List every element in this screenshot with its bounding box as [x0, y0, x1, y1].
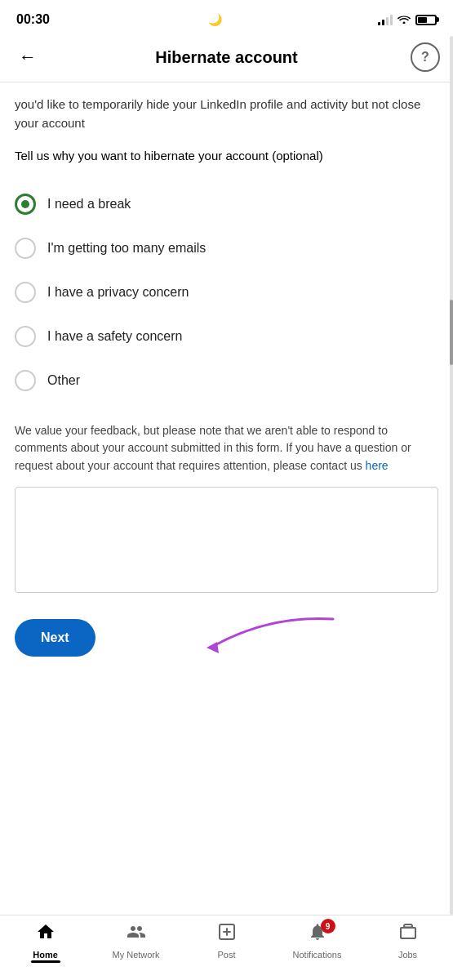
radio-label-other: Other [47, 373, 80, 388]
nav-label-notifications: Notifications [293, 950, 342, 960]
status-icons [378, 13, 437, 26]
network-icon [127, 922, 146, 947]
bottom-safe-area [0, 676, 453, 742]
svg-marker-0 [207, 642, 219, 653]
notifications-badge: 9 [321, 919, 335, 933]
feedback-textarea[interactable] [15, 487, 438, 593]
home-icon [36, 922, 56, 947]
moon-icon: 🌙 [208, 13, 222, 26]
status-time: 00:30 [16, 12, 50, 27]
radio-option-emails[interactable]: I'm getting too many emails [15, 226, 438, 270]
scroll-track [450, 36, 453, 915]
radio-option-privacy[interactable]: I have a privacy concern [15, 270, 438, 314]
radio-option-other[interactable]: Other [15, 359, 438, 403]
post-icon [217, 922, 237, 947]
notifications-icon: 9 [308, 922, 327, 947]
radio-option-break[interactable]: I need a break [15, 182, 438, 226]
radio-label-privacy: I have a privacy concern [47, 285, 189, 300]
nav-item-home[interactable]: Home [0, 922, 91, 963]
radio-option-safety[interactable]: I have a safety concern [15, 314, 438, 359]
back-button[interactable]: ← [13, 42, 42, 72]
radio-circle-safety [15, 326, 36, 347]
nav-item-post[interactable]: Post [181, 922, 272, 963]
radio-label-break: I need a break [47, 197, 131, 212]
feedback-disclaimer: We value your feedback, but please note … [15, 422, 438, 475]
back-arrow-icon: ← [19, 47, 37, 68]
radio-circle-emails [15, 238, 36, 259]
signal-icon [378, 14, 393, 25]
feedback-link[interactable]: here [366, 459, 389, 472]
radio-circle-break [15, 194, 36, 215]
nav-item-network[interactable]: My Network [91, 922, 181, 963]
help-icon: ? [421, 50, 429, 65]
radio-circle-other [15, 370, 36, 391]
nav-item-jobs[interactable]: Jobs [362, 922, 453, 963]
annotation-arrow [104, 611, 366, 660]
scroll-thumb [450, 300, 453, 365]
nav-label-post: Post [217, 950, 235, 960]
radio-label-emails: I'm getting too many emails [47, 241, 206, 256]
help-button[interactable]: ? [411, 42, 440, 72]
nav-label-home: Home [33, 950, 58, 960]
nav-label-network: My Network [112, 950, 159, 960]
next-button-container: Next [15, 619, 438, 657]
next-button[interactable]: Next [15, 619, 95, 657]
reason-radio-group: I need a break I'm getting too many emai… [15, 182, 438, 403]
radio-label-safety: I have a safety concern [47, 329, 182, 344]
main-content: you'd like to temporarily hide your Link… [0, 82, 453, 676]
battery-icon [415, 15, 437, 25]
active-indicator [31, 960, 60, 963]
page-header: ← Hibernate account ? [0, 36, 453, 82]
jobs-icon [398, 922, 418, 947]
page-title: Hibernate account [42, 48, 411, 67]
radio-circle-privacy [15, 282, 36, 303]
section-title: Tell us why you want to hibernate your a… [15, 147, 438, 166]
nav-item-notifications[interactable]: 9 Notifications [272, 922, 362, 963]
status-bar: 00:30 🌙 [0, 0, 453, 36]
wifi-icon [397, 13, 411, 26]
bottom-nav: Home My Network Post 9 Notifications [0, 915, 453, 980]
nav-label-jobs: Jobs [398, 950, 417, 960]
intro-text: you'd like to temporarily hide your Link… [15, 96, 438, 132]
